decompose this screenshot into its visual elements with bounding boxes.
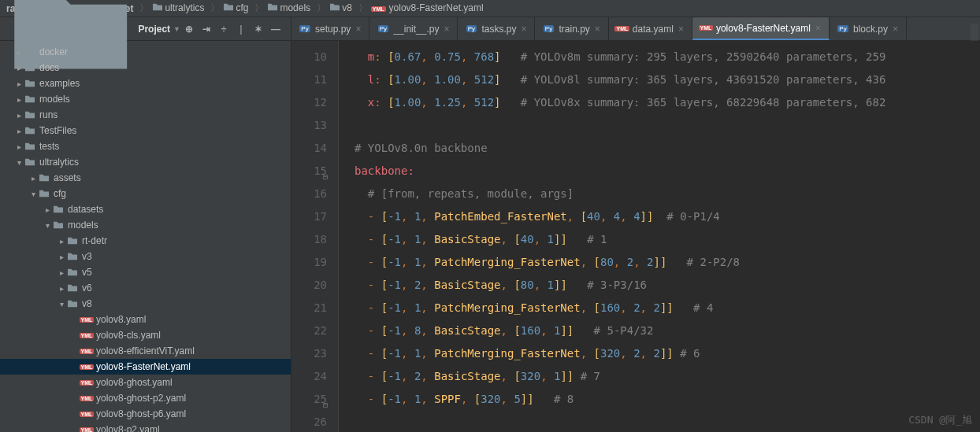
caret-icon[interactable] — [57, 300, 66, 308]
code-line[interactable]: - [-1, 8, BasicStage, [160, 1]] # 5-P4/3… — [355, 319, 980, 342]
line-number[interactable]: 20 — [291, 274, 327, 297]
caret-icon[interactable] — [43, 205, 52, 214]
line-number[interactable]: 17 — [291, 205, 327, 228]
breadcrumb-segment[interactable]: yolov8-FasterNet.yaml — [389, 2, 484, 13]
tree-item-v6[interactable]: v6 — [0, 280, 291, 296]
line-gutter[interactable]: 101112131415⊟16171819202122232425⊟26 — [291, 41, 339, 432]
code-line[interactable] — [355, 114, 980, 137]
caret-icon[interactable] — [57, 268, 66, 277]
tree-item-docker[interactable]: docker — [0, 44, 291, 60]
code-line[interactable] — [355, 411, 980, 432]
tree-item-cfg[interactable]: cfg — [0, 186, 291, 201]
code-line[interactable]: - [-1, 1, PatchMerging_FasterNet, [160, … — [355, 297, 980, 319]
tree-item-yolov8-ghost.yaml[interactable]: YMLyolov8-ghost.yaml — [0, 375, 291, 390]
code-line[interactable]: - [-1, 1, PatchMerging_FasterNet, [80, 2… — [355, 251, 980, 274]
tree-item-models[interactable]: models — [0, 91, 291, 107]
code-line[interactable]: # YOLOv8.0n backbone — [355, 137, 980, 160]
line-number[interactable]: 24 — [291, 365, 327, 388]
code-line[interactable]: - [-1, 2, BasicStage, [320, 1]] # 7 — [355, 365, 980, 388]
breadcrumb-segment[interactable]: v8 — [342, 2, 352, 13]
tree-item-rt-detr[interactable]: rt-detr — [0, 233, 291, 249]
tree-item-examples[interactable]: examples — [0, 76, 291, 91]
tree-item-yolov8-p2.yaml[interactable]: YMLyolov8-p2.yaml — [0, 422, 291, 432]
code-line[interactable]: - [-1, 1, BasicStage, [40, 1]] # 1 — [355, 228, 980, 251]
tree-item-yolov8-ghost-p2.yaml[interactable]: YMLyolov8-ghost-p2.yaml — [0, 390, 291, 406]
caret-icon[interactable] — [14, 158, 24, 167]
caret-icon[interactable] — [14, 64, 24, 72]
code-line[interactable]: - [-1, 1, PatchEmbed_FasterNet, [40, 4, … — [355, 205, 980, 228]
breadcrumb-segment[interactable]: models — [280, 2, 310, 13]
caret-icon[interactable] — [57, 237, 66, 246]
code-line[interactable]: - [-1, 2, BasicStage, [80, 1]] # 3-P3/16 — [355, 274, 980, 297]
line-number[interactable]: 18 — [291, 228, 327, 251]
tree-item-runs[interactable]: runs — [0, 107, 291, 123]
divide-icon[interactable]: ÷ — [215, 24, 232, 35]
tree-item-tests[interactable]: tests — [0, 138, 291, 154]
tree-item-yolov8-FasterNet.yaml[interactable]: YMLyolov8-FasterNet.yaml — [0, 359, 291, 375]
tab-yolov8-FasterNet.yaml[interactable]: YMLyolov8-FasterNet.yaml× — [692, 17, 830, 40]
collapse-icon[interactable]: ⇥ — [198, 24, 215, 35]
line-number[interactable]: 21 — [291, 297, 327, 319]
tree-item-TestFiles[interactable]: TestFiles — [0, 123, 291, 138]
locate-icon[interactable]: ⊕ — [180, 24, 198, 35]
tree-item-v5[interactable]: v5 — [0, 264, 291, 280]
tree-item-yolov8.yaml[interactable]: YMLyolov8.yaml — [0, 312, 291, 327]
caret-icon[interactable] — [14, 79, 24, 88]
line-number[interactable]: 13 — [291, 114, 327, 137]
close-icon[interactable]: × — [678, 24, 684, 35]
caret-icon[interactable] — [14, 142, 24, 151]
caret-icon[interactable] — [14, 48, 24, 57]
line-number[interactable]: 16 — [291, 183, 327, 205]
chevron-down-icon[interactable]: ▼ — [173, 25, 180, 33]
code-area[interactable]: 101112131415⊟16171819202122232425⊟26 m: … — [291, 41, 980, 432]
line-number[interactable]: 10 — [291, 46, 327, 68]
tab-train.py[interactable]: Pytrain.py× — [535, 17, 608, 40]
close-icon[interactable]: × — [521, 24, 526, 35]
tab-__init__.py[interactable]: Py__init__.py× — [369, 17, 458, 40]
tree-item-ultralytics[interactable]: ultralytics — [0, 154, 291, 170]
line-number[interactable]: 25⊟ — [291, 388, 327, 411]
gear-icon[interactable]: ✶ — [250, 24, 267, 35]
tree-item-yolov8-ghost-p6.yaml[interactable]: YMLyolov8-ghost-p6.yaml — [0, 406, 291, 422]
caret-icon[interactable] — [57, 284, 66, 293]
code-content[interactable]: m: [0.67, 0.75, 768] # YOLOv8m summary: … — [339, 41, 980, 432]
code-line[interactable]: m: [0.67, 0.75, 768] # YOLOv8m summary: … — [355, 46, 980, 68]
caret-icon[interactable] — [43, 221, 52, 230]
caret-icon[interactable] — [28, 190, 38, 198]
code-line[interactable]: x: [1.00, 1.25, 512] # YOLOv8x summary: … — [355, 91, 980, 114]
caret-icon[interactable] — [14, 111, 24, 120]
line-number[interactable]: 12 — [291, 91, 327, 114]
tab-block.py[interactable]: Pyblock.py× — [830, 17, 907, 40]
hide-icon[interactable]: — — [267, 24, 284, 35]
close-icon[interactable]: × — [815, 23, 821, 34]
project-tree[interactable]: dockerdocsexamplesmodelsrunsTestFilestes… — [0, 41, 291, 432]
line-number[interactable]: 11 — [291, 68, 327, 91]
line-number[interactable]: 15⊟ — [291, 160, 327, 183]
line-number[interactable]: 23 — [291, 342, 327, 365]
tree-item-yolov8-efficientViT.yaml[interactable]: YMLyolov8-efficientViT.yaml — [0, 343, 291, 359]
caret-icon[interactable] — [57, 253, 66, 261]
line-number[interactable]: 19 — [291, 251, 327, 274]
code-line[interactable]: - [-1, 1, PatchMerging_FasterNet, [320, … — [355, 342, 980, 365]
close-icon[interactable]: × — [893, 24, 898, 35]
line-number[interactable]: 22 — [291, 319, 327, 342]
line-number[interactable]: 14 — [291, 137, 327, 160]
tab-setup.py[interactable]: Pysetup.py× — [291, 17, 369, 40]
caret-icon[interactable] — [14, 95, 24, 104]
tree-item-assets[interactable]: assets — [0, 170, 291, 186]
close-icon[interactable]: × — [595, 24, 600, 35]
project-panel-title[interactable]: Project — [138, 24, 170, 35]
tree-item-datasets[interactable]: datasets — [0, 201, 291, 217]
code-line[interactable]: backbone: — [355, 160, 980, 183]
code-line[interactable]: - [-1, 1, SPPF, [320, 5]] # 8 — [355, 388, 980, 411]
breadcrumb-segment[interactable]: cfg — [236, 2, 248, 13]
line-number[interactable]: 26 — [291, 411, 327, 432]
code-line[interactable]: l: [1.00, 1.00, 512] # YOLOv8l summary: … — [355, 68, 980, 91]
caret-icon[interactable] — [28, 174, 38, 183]
tree-item-v8[interactable]: v8 — [0, 296, 291, 312]
code-line[interactable]: # [from, repeats, module, args] — [355, 183, 980, 205]
close-icon[interactable]: × — [355, 24, 361, 35]
caret-icon[interactable] — [14, 127, 24, 135]
tree-item-v3[interactable]: v3 — [0, 249, 291, 264]
tab-tasks.py[interactable]: Pytasks.py× — [458, 17, 535, 40]
